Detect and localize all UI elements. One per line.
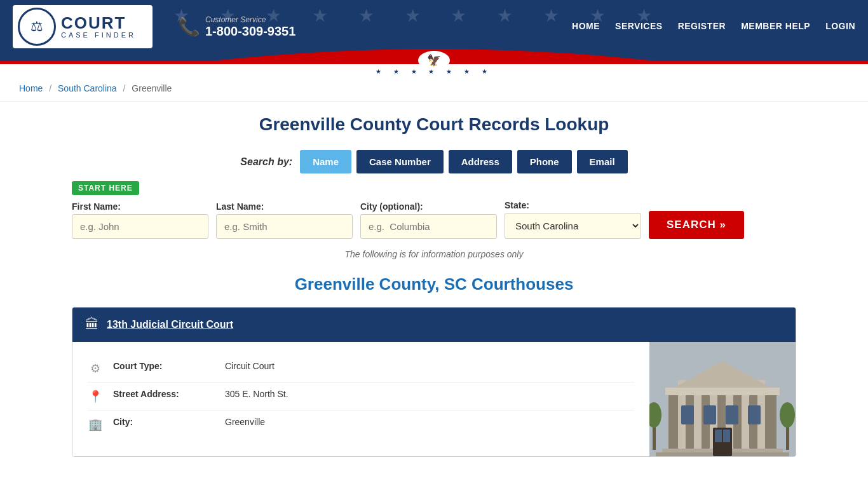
svg-rect-21 bbox=[786, 424, 789, 450]
courthouse-details: ⚙ Court Type: Circuit Court 📍 Street Add… bbox=[72, 342, 649, 456]
phone-number[interactable]: 1-800-309-9351 bbox=[205, 24, 295, 39]
city-icon: 🏢 bbox=[88, 417, 103, 431]
courthouse-image bbox=[649, 342, 796, 456]
breadcrumb-county: Greenville bbox=[132, 83, 172, 93]
page-title: Greenville County Court Records Lookup bbox=[72, 114, 796, 135]
svg-point-22 bbox=[780, 402, 795, 428]
logo-court-text: COURT bbox=[61, 15, 136, 31]
logo-emblem: ⚖ bbox=[18, 8, 56, 46]
customer-service: 📞 Customer Service 1-800-309-9351 bbox=[178, 15, 295, 39]
logo[interactable]: ⚖ COURT CASE FINDER bbox=[13, 5, 153, 48]
svg-rect-12 bbox=[681, 405, 694, 424]
customer-service-label: Customer Service bbox=[205, 15, 295, 24]
state-group: State: South Carolina Alabama Alaska Ari… bbox=[505, 200, 641, 239]
first-name-group: First Name: bbox=[72, 201, 208, 239]
nav-member-help[interactable]: MEMBER HELP bbox=[741, 21, 810, 32]
courthouse-header: 🏛 13th Judicial Circuit Court bbox=[72, 308, 796, 342]
street-address-label: Street Address: bbox=[113, 389, 215, 399]
nav-services[interactable]: SERVICES bbox=[615, 21, 663, 32]
city-value-detail: Greenville bbox=[225, 417, 265, 427]
nav-register[interactable]: REGISTER bbox=[678, 21, 726, 32]
gavel-icon: ⚙ bbox=[88, 362, 103, 376]
search-tabs-row: Search by: Name Case Number Address Phon… bbox=[72, 150, 796, 173]
main-content: Greenville County Court Records Lookup S… bbox=[53, 102, 815, 482]
last-name-input[interactable] bbox=[216, 214, 353, 239]
start-here-badge: START HERE bbox=[72, 181, 139, 195]
tab-email[interactable]: Email bbox=[577, 150, 628, 173]
svg-rect-13 bbox=[703, 405, 716, 424]
courthouses-title: Greenville County, SC Courthouses bbox=[72, 274, 796, 294]
nav-home[interactable]: HOME bbox=[572, 21, 600, 32]
svg-rect-17 bbox=[715, 430, 722, 442]
breadcrumb-home[interactable]: Home bbox=[19, 83, 43, 93]
city-label-detail: City: bbox=[113, 417, 215, 427]
city-input[interactable] bbox=[360, 214, 497, 239]
court-type-value: Circuit Court bbox=[225, 361, 275, 371]
svg-rect-15 bbox=[748, 405, 761, 424]
tab-name[interactable]: Name bbox=[300, 150, 351, 173]
street-address-value: 305 E. North St. bbox=[225, 389, 288, 399]
phone-icon: 📞 bbox=[178, 17, 200, 37]
courthouse-card: 🏛 13th Judicial Circuit Court ⚙ Court Ty… bbox=[72, 307, 796, 457]
first-name-input[interactable] bbox=[72, 214, 208, 239]
svg-rect-14 bbox=[726, 405, 738, 424]
detail-row-address: 📍 Street Address: 305 E. North St. bbox=[88, 383, 634, 410]
tab-address[interactable]: Address bbox=[449, 150, 512, 173]
detail-row-city: 🏢 City: Greenville bbox=[88, 410, 634, 438]
city-group: City (optional): bbox=[360, 201, 497, 239]
info-note: The following is for information purpose… bbox=[72, 249, 796, 259]
svg-rect-18 bbox=[723, 430, 730, 442]
tab-case-number[interactable]: Case Number bbox=[356, 150, 444, 173]
svg-rect-9 bbox=[665, 388, 780, 395]
breadcrumb-state[interactable]: South Carolina bbox=[58, 83, 117, 93]
eagle-icon: 🦅 bbox=[427, 53, 441, 67]
court-type-label: Court Type: bbox=[113, 361, 215, 371]
state-label: State: bbox=[505, 200, 641, 210]
last-name-label: Last Name: bbox=[216, 201, 353, 212]
logo-case-finder-text: CASE FINDER bbox=[61, 31, 136, 39]
courthouse-name[interactable]: 13th Judicial Circuit Court bbox=[107, 319, 233, 330]
courthouse-building-icon: 🏛 bbox=[85, 316, 99, 333]
nav-login[interactable]: LOGIN bbox=[825, 21, 855, 32]
breadcrumb: Home / South Carolina / Greenville bbox=[0, 76, 868, 102]
state-select[interactable]: South Carolina Alabama Alaska Arizona Ar… bbox=[505, 213, 641, 239]
detail-row-court-type: ⚙ Court Type: Circuit Court bbox=[88, 355, 634, 383]
city-label: City (optional): bbox=[360, 201, 497, 212]
search-button[interactable]: SEARCH » bbox=[649, 211, 744, 239]
logo-icon: ⚖ bbox=[31, 18, 43, 35]
search-by-label: Search by: bbox=[240, 156, 292, 168]
courthouse-body: ⚙ Court Type: Circuit Court 📍 Street Add… bbox=[72, 342, 796, 456]
first-name-label: First Name: bbox=[72, 201, 208, 212]
svg-rect-19 bbox=[653, 424, 656, 450]
courthouse-photo bbox=[649, 342, 796, 456]
tab-phone[interactable]: Phone bbox=[517, 150, 572, 173]
main-nav: HOME SERVICES REGISTER MEMBER HELP LOGIN bbox=[572, 21, 855, 32]
search-form: First Name: Last Name: City (optional): … bbox=[72, 200, 796, 239]
last-name-group: Last Name: bbox=[216, 201, 353, 239]
location-icon: 📍 bbox=[88, 390, 103, 403]
